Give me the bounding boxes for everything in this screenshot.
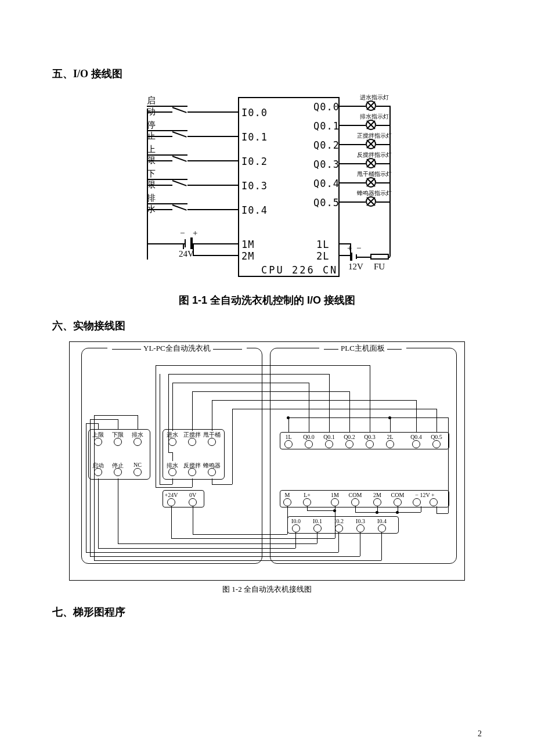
term: I0.2 — [329, 517, 349, 533]
lamp-icon — [366, 139, 376, 149]
heading-7: 七、梯形图程序 — [52, 605, 482, 619]
pos-label: + — [193, 228, 197, 238]
lamp-icon — [366, 177, 376, 188]
term: M — [277, 491, 297, 507]
term: COM — [345, 491, 365, 507]
term: COM — [388, 491, 407, 507]
l1-label: 1L — [316, 239, 329, 250]
term: I0.1 — [308, 517, 327, 533]
lamp-icon — [366, 120, 376, 130]
term: Q0.3 — [360, 433, 380, 449]
io-label: I0.2 — [241, 156, 268, 167]
neg-label: − — [180, 228, 185, 238]
term: 蜂鸣器 — [202, 461, 222, 477]
term: I0.4 — [372, 517, 392, 533]
q-label: Q0.3 — [313, 159, 340, 170]
term: I0.3 — [351, 517, 370, 533]
term: Q0.2 — [340, 433, 359, 449]
term: 0V — [183, 491, 203, 507]
q-label: Q0.4 — [313, 178, 340, 189]
lamp-icon — [366, 100, 376, 111]
term: 正搅拌 — [182, 431, 202, 446]
q-label: Q0.0 — [313, 101, 340, 113]
term: +24V — [161, 491, 181, 507]
term: 2M — [367, 491, 387, 507]
term: 排水 — [128, 431, 147, 446]
page-number: 2 — [478, 729, 482, 739]
fuse-label: FU — [374, 262, 385, 272]
q-label: Q0.1 — [313, 120, 340, 132]
io-label: I0.0 — [241, 107, 268, 118]
left-panel-title: YL-PC全自动洗衣机 — [107, 343, 247, 354]
term: 排水 — [163, 461, 182, 477]
volt-24: 24V — [179, 249, 194, 259]
heading-5: 五、I/O 接线图 — [52, 67, 482, 81]
neg-label: − — [356, 243, 361, 253]
term: Q0.4 — [406, 433, 426, 449]
term: 1M — [325, 491, 345, 507]
fig1-caption: 图 1-1 全自动洗衣机控制的 I/O 接线图 — [52, 293, 482, 307]
term: 1L — [279, 433, 298, 449]
term: Q0.5 — [427, 433, 446, 449]
term: 反搅拌 — [182, 461, 202, 477]
output-rail — [389, 106, 391, 257]
term: 2L — [380, 433, 400, 449]
heading-6: 六、实物接线图 — [52, 319, 482, 333]
term: 进水 — [163, 431, 182, 446]
term: Q0.0 — [299, 433, 319, 449]
q-label: Q0.2 — [313, 139, 340, 151]
cpu-label: CPU 226 CN — [261, 264, 338, 276]
figure-2: YL-PC全自动洗衣机 PLC主机面板 上限 下限 排水 启动 停止 NC 进水… — [69, 341, 465, 581]
term: 甩干桶 — [202, 431, 222, 446]
title-text: YL-PC全自动洗衣机 — [143, 344, 211, 352]
volt-12: 12V — [348, 262, 363, 272]
figure-1: 启动 I0.0 停止 I0.1 上限 I0.2 下限 I0.3 排水 I0.4 … — [128, 91, 406, 289]
term: − 12V + — [410, 491, 439, 508]
lamp-icon — [366, 196, 376, 207]
m2-label: 2M — [241, 250, 254, 262]
term: NC — [128, 461, 147, 477]
io-label: I0.1 — [241, 131, 268, 143]
l2-label: 2L — [316, 250, 329, 262]
fig2-caption: 图 1-2 全自动洗衣机接线图 — [52, 584, 482, 595]
io-label: I0.4 — [241, 204, 268, 216]
term: L+ — [297, 491, 317, 507]
fuse-icon — [370, 254, 389, 260]
right-panel-title: PLC主机面板 — [319, 343, 406, 354]
term: 上限 — [88, 431, 108, 446]
term: I0.0 — [286, 517, 306, 533]
q-label: Q0.5 — [313, 197, 340, 208]
io-label: I0.3 — [241, 180, 268, 192]
term: 停止 — [108, 461, 128, 477]
term: 下限 — [108, 431, 128, 446]
m1-label: 1M — [241, 239, 254, 250]
term: Q0.1 — [319, 433, 339, 449]
pos-label: + — [347, 243, 352, 253]
lamp-icon — [366, 158, 376, 168]
term: 启动 — [88, 461, 108, 477]
title-text: PLC主机面板 — [341, 344, 385, 352]
